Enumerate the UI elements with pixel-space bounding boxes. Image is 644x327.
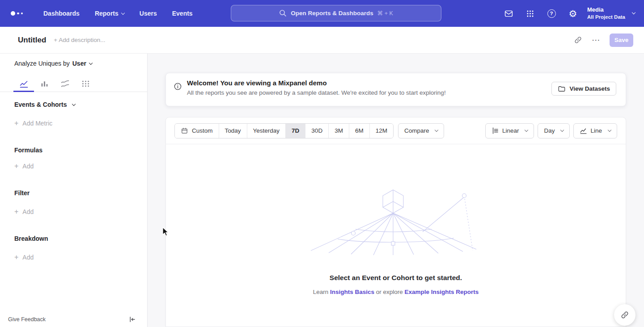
project-scope: All Project Data — [587, 14, 625, 21]
plus-icon: + — [14, 120, 18, 127]
chevron-down-icon — [435, 128, 438, 132]
chart-type-dropdown[interactable]: Line — [573, 123, 617, 138]
empty-state-illustration — [311, 189, 481, 256]
messages-icon[interactable] — [503, 8, 514, 19]
linear-scale-icon — [491, 127, 499, 134]
events-cohorts-section[interactable]: Events & Cohorts — [14, 101, 75, 108]
granularity-dropdown[interactable]: Day — [538, 123, 570, 138]
project-selector[interactable]: Media All Project Data — [587, 6, 635, 21]
chevron-down-icon — [608, 128, 611, 132]
logo-dot — [17, 13, 19, 15]
collapse-sidebar-icon[interactable] — [128, 315, 136, 323]
chevron-down-icon — [632, 11, 636, 14]
global-search[interactable]: Open Reports & Dashboards ⌘ + K — [231, 5, 441, 21]
top-nav-right: ? ⚙ Media All Project Data — [503, 0, 635, 27]
mixpanel-logo-icon[interactable] — [11, 11, 26, 16]
filter-section: Filter — [14, 189, 30, 197]
copy-link-icon[interactable] — [574, 36, 582, 44]
date-range-segments: Custom Today Yesterday 7D 30D 3M 6M 12M — [174, 123, 394, 138]
share-link-fab[interactable] — [614, 304, 636, 326]
chevron-down-icon — [72, 102, 76, 105]
add-breakdown-button[interactable]: + Add — [14, 254, 34, 261]
chart-tab-grid[interactable] — [75, 76, 96, 92]
analyze-uniques-row: Analyze Uniques by User — [14, 60, 92, 67]
date-range-today[interactable]: Today — [219, 124, 247, 138]
add-formula-button[interactable]: + Add — [14, 163, 34, 170]
logo-dot — [11, 11, 15, 16]
project-name: Media — [587, 6, 625, 14]
report-title[interactable]: Untitled — [18, 36, 46, 45]
nav-reports[interactable]: Reports — [87, 0, 132, 27]
search-placeholder: Open Reports & Dashboards — [291, 10, 373, 17]
add-filter-button[interactable]: + Add — [14, 208, 34, 215]
nav-events[interactable]: Events — [165, 0, 200, 27]
calendar-icon — [181, 127, 188, 134]
plus-icon: + — [14, 208, 18, 215]
report-toolbar: Custom Today Yesterday 7D 30D 3M 6M 12M … — [166, 117, 626, 144]
help-icon[interactable]: ? — [546, 8, 557, 19]
date-range-12m[interactable]: 12M — [369, 124, 393, 138]
add-metric-button[interactable]: + Add Metric — [14, 120, 52, 127]
breakdown-section: Breakdown — [14, 235, 48, 242]
plus-icon: + — [14, 163, 18, 170]
chart-tab-line[interactable] — [13, 76, 34, 92]
example-insights-reports-link[interactable]: Example Insights Reports — [405, 289, 479, 295]
info-icon — [174, 82, 182, 92]
date-range-3m[interactable]: 3M — [328, 124, 349, 138]
settings-gear-icon[interactable]: ⚙ — [568, 8, 578, 19]
main-content: Welcome! You are viewing a Mixpanel demo… — [148, 54, 644, 327]
link-icon — [620, 310, 629, 319]
search-shortcut: ⌘ + K — [377, 10, 393, 17]
banner-body: All the reports you see are powered by a… — [187, 89, 446, 96]
scale-dropdown[interactable]: Linear — [485, 123, 534, 138]
report-header-actions: ⋯ Save — [574, 34, 633, 47]
date-range-custom[interactable]: Custom — [175, 124, 219, 138]
date-range-6m[interactable]: 6M — [349, 124, 369, 138]
empty-state-subtitle: Learn Insights Basics or explore Example… — [166, 289, 626, 295]
analyze-by-dropdown[interactable]: User — [72, 60, 92, 67]
line-chart-icon — [580, 127, 587, 134]
nav-users[interactable]: Users — [132, 0, 165, 27]
analyze-label: Analyze Uniques by — [14, 60, 70, 67]
report-description-placeholder[interactable]: + Add description... — [54, 37, 105, 43]
compare-button[interactable]: Compare — [398, 123, 445, 138]
demo-welcome-banner: Welcome! You are viewing a Mixpanel demo… — [165, 73, 626, 106]
primary-nav: Dashboards Reports Users Events — [36, 0, 200, 27]
nav-dashboards[interactable]: Dashboards — [36, 0, 87, 27]
question-mark-glyph: ? — [547, 9, 556, 18]
chevron-down-icon — [560, 128, 564, 132]
formulas-section: Formulas — [14, 147, 42, 154]
chart-tab-stacked[interactable] — [55, 76, 75, 92]
folder-icon — [558, 85, 566, 93]
metric-type-tabs — [0, 76, 148, 92]
date-range-30d[interactable]: 30D — [305, 124, 328, 138]
query-builder-sidebar: Analyze Uniques by User Events & Cohorts… — [0, 54, 148, 327]
view-datasets-button[interactable]: View Datasets — [551, 82, 616, 96]
date-range-7d[interactable]: 7D — [285, 124, 305, 138]
insights-report-card: Custom Today Yesterday 7D 30D 3M 6M 12M … — [165, 117, 626, 327]
date-range-yesterday[interactable]: Yesterday — [247, 124, 286, 138]
plus-icon: + — [14, 254, 18, 261]
chevron-down-icon — [89, 61, 93, 64]
banner-title: Welcome! You are viewing a Mixpanel demo — [187, 79, 327, 87]
more-options-icon[interactable]: ⋯ — [592, 36, 600, 44]
give-feedback-link[interactable]: Give Feedback — [8, 316, 46, 323]
report-header: Untitled + Add description... ⋯ Save — [0, 27, 644, 54]
gear-glyph: ⚙ — [569, 9, 577, 18]
sidebar-footer: Give Feedback — [0, 312, 148, 327]
logo-dot — [21, 13, 23, 15]
chart-controls: Linear Day Line — [485, 123, 617, 138]
apps-grid-icon[interactable] — [525, 8, 535, 19]
top-nav: Dashboards Reports Users Events Open Rep… — [0, 0, 644, 27]
insights-basics-link[interactable]: Insights Basics — [330, 289, 374, 295]
chevron-down-icon — [525, 128, 528, 132]
empty-state-title: Select an Event or Cohort to get started… — [166, 274, 626, 282]
chart-tab-bar[interactable] — [34, 76, 55, 92]
save-button[interactable]: Save — [610, 34, 633, 47]
search-icon — [279, 9, 287, 17]
chevron-down-icon — [121, 11, 125, 14]
